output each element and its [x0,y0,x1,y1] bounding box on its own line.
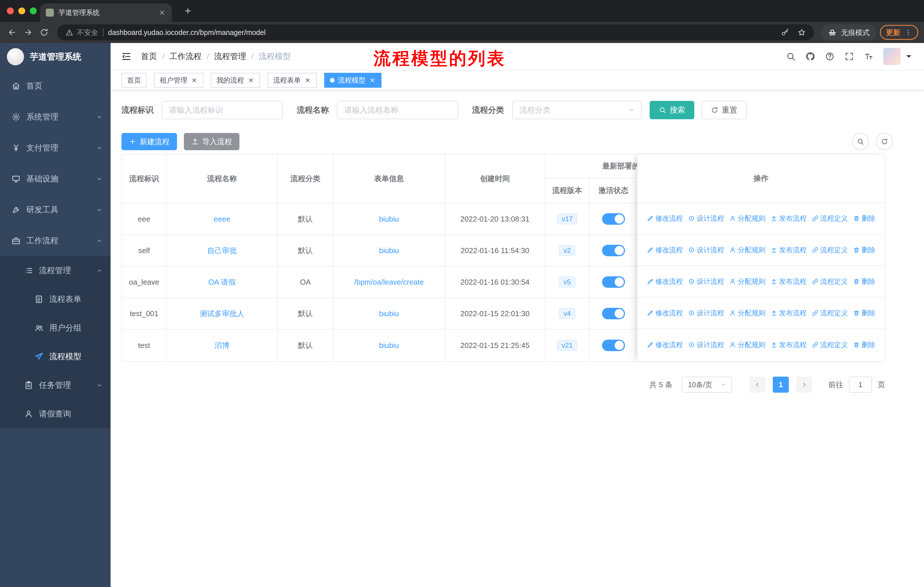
form-link[interactable]: biubiu [379,341,399,350]
sidebar-item[interactable]: 首页 [0,71,111,101]
user-avatar[interactable] [883,48,901,65]
action-link[interactable]: 发布流程 [771,277,807,286]
form-link[interactable]: /bpm/oa/leave/create [354,278,424,287]
close-icon[interactable] [304,77,311,84]
close-tab-icon[interactable] [158,8,166,17]
action-link[interactable]: 设计流程 [688,214,724,223]
menu-dots-icon[interactable] [904,28,912,36]
action-link[interactable]: 修改流程 [647,245,683,255]
sidebar-item[interactable]: 系统管理 [0,101,111,132]
forward-button[interactable] [22,26,35,39]
action-link[interactable]: 删除 [853,308,875,317]
collapse-sidebar-button[interactable] [121,51,132,62]
sidebar-item[interactable]: 工作流程 [0,225,111,256]
action-link[interactable]: 分配规则 [729,245,765,255]
toggle-search-button[interactable] [852,133,869,150]
category-select[interactable]: 流程分类 [512,101,642,119]
form-link[interactable]: biubiu [379,309,399,318]
action-link[interactable]: 分配规则 [729,308,765,317]
back-button[interactable] [6,26,18,39]
close-icon[interactable] [191,77,198,84]
user-menu[interactable] [883,48,914,65]
action-link[interactable]: 设计流程 [688,308,724,317]
action-link[interactable]: 修改流程 [647,340,683,349]
sidebar-item[interactable]: 研发工具 [0,194,111,225]
form-link[interactable]: biubiu [379,215,399,223]
goto-page-input[interactable] [849,377,872,393]
action-link[interactable]: 修改流程 [647,277,683,286]
tab-tag[interactable]: 流程表单 [267,73,317,88]
action-link[interactable]: 删除 [853,277,875,286]
action-link[interactable]: 修改流程 [647,214,683,223]
process-name-link[interactable]: 自己审批 [207,246,237,256]
action-link[interactable]: 设计流程 [688,245,724,255]
security-indicator[interactable]: 不安全 [65,28,98,37]
form-link[interactable]: biubiu [379,246,399,255]
minimize-window-button[interactable] [18,7,25,14]
action-link[interactable]: 发布流程 [771,214,807,223]
font-size-icon[interactable] [864,51,874,61]
help-icon[interactable] [825,51,835,61]
refresh-table-button[interactable] [876,133,893,150]
active-toggle[interactable] [602,340,625,351]
action-link[interactable]: 发布流程 [771,308,807,317]
sidebar-item[interactable]: 流程管理 [0,256,111,285]
action-link[interactable]: 分配规则 [729,340,765,349]
process-name-link[interactable]: OA 请假 [208,277,236,287]
process-name-link[interactable]: 测试多审批人 [200,309,244,319]
reset-button[interactable]: 重置 [701,101,747,119]
tab-tag[interactable]: 租户管理 [154,73,203,88]
maximize-window-button[interactable] [30,7,37,14]
action-link[interactable]: 流程定义 [812,245,848,255]
prev-page-button[interactable] [749,377,765,393]
action-link[interactable]: 流程定义 [812,214,848,223]
process-id-input[interactable] [162,101,283,119]
action-link[interactable]: 发布流程 [771,340,807,349]
page-size-select[interactable]: 10条/页 [682,377,732,393]
action-link[interactable]: 删除 [853,340,875,349]
create-process-button[interactable]: 新建流程 [121,133,177,150]
page-1-button[interactable]: 1 [773,377,789,393]
action-link[interactable]: 流程定义 [812,308,848,317]
breadcrumb-item[interactable]: 工作流程 [170,51,201,62]
browser-update-button[interactable]: 更新 [880,25,918,40]
breadcrumb-item[interactable]: 首页 [141,51,157,62]
close-window-button[interactable] [7,7,14,14]
action-link[interactable]: 删除 [853,214,875,223]
action-link[interactable]: 分配规则 [729,277,765,286]
import-process-button[interactable]: 导入流程 [184,133,239,150]
reload-button[interactable] [38,26,50,39]
close-icon[interactable] [248,77,254,84]
new-tab-button[interactable] [181,4,195,18]
address-bar[interactable]: 不安全 dashboard.yudao.iocoder.cn/bpm/manag… [57,24,814,40]
sidebar-item[interactable]: 流程表单 [0,285,111,314]
tab-tag[interactable]: 我的流程 [211,73,260,88]
process-name-link[interactable]: 滔博 [214,341,229,351]
action-link[interactable]: 设计流程 [688,277,724,286]
process-name-input[interactable] [337,101,458,119]
action-link[interactable]: 设计流程 [688,340,724,349]
action-link[interactable]: 流程定义 [812,277,848,286]
search-button[interactable]: 搜索 [650,101,694,119]
fullscreen-icon[interactable] [844,51,854,61]
action-link[interactable]: 修改流程 [647,308,683,317]
active-toggle[interactable] [602,276,625,288]
action-link[interactable]: 发布流程 [771,245,807,255]
breadcrumb-item[interactable]: 流程管理 [214,51,246,62]
action-link[interactable]: 删除 [853,245,875,255]
active-toggle[interactable] [602,308,625,319]
search-icon[interactable] [786,51,796,61]
sidebar-item[interactable]: 用户分组 [0,314,111,342]
sidebar-item[interactable]: 流程模型 [0,342,111,371]
browser-tab[interactable]: 芋道管理系统 [40,3,172,22]
active-toggle[interactable] [602,213,625,225]
sidebar-item[interactable]: 支付管理 [0,132,111,164]
key-icon[interactable] [781,28,789,37]
action-link[interactable]: 分配规则 [729,214,765,223]
next-page-button[interactable] [796,377,812,393]
close-icon[interactable] [369,77,376,84]
active-toggle[interactable] [602,245,625,256]
sidebar-item[interactable]: 基础设施 [0,164,111,194]
sidebar-item[interactable]: 任务管理 [0,371,111,400]
action-link[interactable]: 流程定义 [812,340,848,349]
